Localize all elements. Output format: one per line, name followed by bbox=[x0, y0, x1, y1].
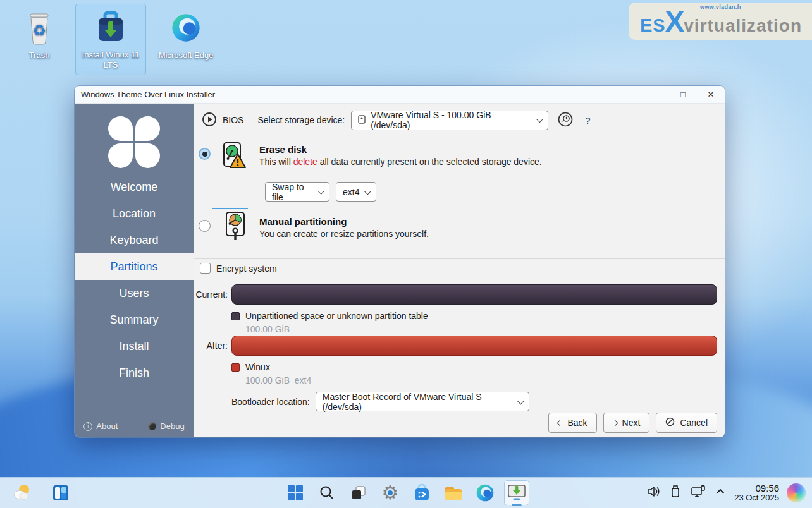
step-location[interactable]: Location bbox=[75, 200, 194, 227]
window-title: Windows Theme Over Linux Installer bbox=[81, 90, 215, 99]
store-icon[interactable] bbox=[409, 480, 434, 505]
storage-device-select[interactable]: VMware Virtual S - 100.00 GiB (/dev/sda) bbox=[351, 111, 548, 130]
encrypt-system-label: Encrypt system bbox=[216, 263, 277, 274]
minimize-button[interactable]: – bbox=[641, 86, 669, 103]
refresh-devices-button[interactable] bbox=[557, 111, 574, 130]
storage-device-value: VMware Virtual S - 100.00 GiB (/dev/sda) bbox=[371, 110, 531, 130]
legend-color-swatch bbox=[231, 312, 240, 320]
bootloader-value: Master Boot Record of VMware Virtual S (… bbox=[323, 392, 512, 412]
installer-sidebar: Welcome Location Keyboard Partitions Use… bbox=[75, 104, 194, 437]
erase-disk-icon bbox=[220, 142, 248, 171]
legend-color-swatch bbox=[231, 363, 240, 372]
step-partitions[interactable]: Partitions bbox=[75, 253, 194, 280]
step-summary[interactable]: Summary bbox=[75, 306, 194, 333]
option-focus-underline bbox=[212, 208, 248, 209]
desktop-icon-label: Trash bbox=[4, 51, 75, 61]
swap-value: Swap to file bbox=[272, 182, 313, 202]
erase-disk-description: This will delete all data currently pres… bbox=[259, 157, 664, 167]
chevron-down-icon bbox=[536, 116, 543, 123]
manual-partitioning-radio[interactable] bbox=[199, 220, 211, 232]
watermark-es: ES bbox=[640, 15, 666, 36]
copilot-icon[interactable] bbox=[787, 483, 806, 502]
installer-taskbar-icon[interactable] bbox=[504, 480, 529, 505]
current-label: Current: bbox=[194, 289, 228, 299]
chevron-right-icon bbox=[612, 420, 618, 426]
svg-text:♻: ♻ bbox=[32, 21, 46, 39]
current-partition-size: 100.00 GiB bbox=[245, 324, 290, 334]
search-icon[interactable] bbox=[314, 480, 340, 505]
info-icon: i bbox=[83, 422, 92, 431]
desktop-icon-label: Microsoft Edge bbox=[151, 51, 221, 61]
desktop-icon-label: Install Winux 11 LTS bbox=[77, 50, 144, 71]
erase-disk-radio[interactable] bbox=[199, 148, 211, 160]
edge-icon bbox=[151, 8, 221, 48]
filesystem-select[interactable]: ext4 bbox=[336, 182, 376, 202]
window-titlebar[interactable]: Windows Theme Over Linux Installer – □ ✕ bbox=[75, 86, 725, 104]
back-button[interactable]: Back bbox=[548, 413, 596, 433]
cancel-icon bbox=[665, 417, 675, 428]
bootloader-select[interactable]: Master Boot Record of VMware Virtual S (… bbox=[316, 392, 529, 411]
edge-taskbar-icon[interactable] bbox=[472, 480, 498, 505]
bios-icon bbox=[201, 111, 218, 130]
about-label: About bbox=[96, 421, 118, 431]
clock-time: 09:56 bbox=[734, 483, 779, 493]
next-button[interactable]: Next bbox=[603, 413, 650, 433]
after-partition-size: 100.00 GiB ext4 bbox=[245, 375, 311, 385]
section-divider bbox=[194, 258, 725, 259]
watermark-url: www.vladan.fr bbox=[640, 4, 802, 10]
clock-date: 23 Oct 2025 bbox=[734, 493, 779, 503]
maximize-button[interactable]: □ bbox=[669, 86, 697, 103]
debug-icon bbox=[148, 422, 156, 430]
bootloader-label: Bootloader location: bbox=[231, 397, 310, 407]
trash-icon: ♻ bbox=[4, 8, 75, 48]
debug-button[interactable]: Debug bbox=[148, 421, 184, 431]
usb-device-icon[interactable] bbox=[668, 484, 682, 502]
storage-device-label: Select storage device: bbox=[257, 115, 345, 125]
taskbar-clock[interactable]: 09:56 23 Oct 2025 bbox=[734, 483, 779, 503]
task-view-icon[interactable] bbox=[346, 480, 371, 505]
current-partition-bar bbox=[231, 284, 717, 305]
watermark-rest: virtualization bbox=[684, 16, 802, 36]
swap-select[interactable]: Swap to file bbox=[265, 182, 329, 202]
distro-logo-icon bbox=[108, 116, 160, 168]
desktop-icon-install-winux[interactable]: Install Winux 11 LTS bbox=[75, 4, 146, 75]
after-label: After: bbox=[194, 341, 228, 351]
disk-icon bbox=[358, 115, 366, 126]
debug-label: Debug bbox=[160, 421, 184, 431]
taskbar: ⚙ bbox=[0, 477, 812, 508]
chevron-left-icon bbox=[557, 420, 563, 426]
manual-partitioning-icon bbox=[221, 211, 249, 243]
close-button[interactable]: ✕ bbox=[697, 86, 725, 103]
manual-partitioning-description: You can create or resize partitions your… bbox=[259, 229, 664, 239]
current-legend-label: Unpartitioned space or unknown partition… bbox=[245, 311, 428, 321]
encrypt-system-checkbox[interactable] bbox=[200, 263, 211, 274]
desktop-icon-edge[interactable]: Microsoft Edge bbox=[151, 8, 221, 61]
settings-gear-icon[interactable]: ⚙ bbox=[378, 480, 403, 505]
widgets-panel-icon[interactable] bbox=[48, 480, 73, 505]
step-welcome[interactable]: Welcome bbox=[75, 174, 194, 200]
start-button[interactable] bbox=[283, 480, 308, 505]
installer-icon bbox=[77, 7, 144, 47]
step-finish[interactable]: Finish bbox=[75, 360, 194, 386]
desktop-icon-trash[interactable]: ♻ Trash bbox=[4, 8, 75, 61]
partitions-page: BIOS Select storage device: VMware Virtu… bbox=[194, 104, 725, 437]
cancel-button[interactable]: Cancel bbox=[656, 413, 717, 433]
after-partition-bar bbox=[231, 336, 717, 356]
help-button[interactable]: ? bbox=[585, 115, 590, 126]
file-explorer-icon[interactable] bbox=[441, 480, 466, 505]
about-button[interactable]: i About bbox=[83, 421, 118, 431]
weather-widget-icon[interactable] bbox=[9, 480, 34, 505]
step-users[interactable]: Users bbox=[75, 280, 194, 306]
watermark-x: X bbox=[665, 10, 685, 33]
desktop: ♻ Trash Install Winux 11 LTS bbox=[0, 0, 812, 508]
boot-mode-label: BIOS bbox=[223, 115, 243, 125]
step-install[interactable]: Install bbox=[75, 333, 194, 360]
step-keyboard[interactable]: Keyboard bbox=[75, 227, 194, 253]
network-display-icon[interactable] bbox=[690, 484, 706, 502]
installer-steps: Welcome Location Keyboard Partitions Use… bbox=[75, 174, 194, 386]
chevron-down-icon bbox=[317, 188, 324, 195]
tray-chevron-up-icon[interactable] bbox=[714, 485, 727, 500]
esx-virtualization-watermark: www.vladan.fr ES X virtualization bbox=[629, 3, 812, 40]
manual-partitioning-title: Manual partitioning bbox=[259, 216, 664, 227]
volume-icon[interactable] bbox=[646, 484, 661, 502]
